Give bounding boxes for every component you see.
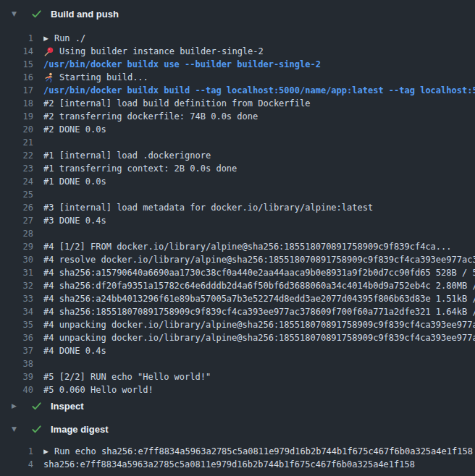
log-line: 23#1 transferring context: 2B 0.0s done [0,162,475,175]
line-number[interactable]: 35 [0,318,33,331]
log-line: 33#4 sha256:a24bb4013296f61e89ba57005a7b… [0,292,475,305]
log-line: 29#4 [1/2] FROM docker.io/library/alpine… [0,240,475,253]
workflow-log-viewer: ▼ Build and push1▶Run ./14 Using builder… [0,0,475,476]
line-content: #4 resolve docker.io/library/alpine@sha2… [43,253,475,266]
log-line: 19#2 transferring dockerfile: 74B 0.0s d… [0,110,475,123]
line-number[interactable]: 16 [0,71,33,84]
log-line: 14 Using builder instance builder-single… [0,45,475,58]
run-group-toggle-icon[interactable]: ▶ [43,32,49,45]
line-number[interactable]: 24 [0,175,33,188]
log-lines: 1▶Run ./14 Using builder instance builde… [0,23,475,396]
pushpin-icon [43,46,54,57]
line-content: #4 sha256:a15790640a6690aa1730c38cf0a440… [43,266,475,279]
line-content: #3 [internal] load metadata for docker.i… [43,201,475,214]
log-line: 27#3 DONE 0.4s [0,214,475,227]
line-number[interactable]: 32 [0,279,33,292]
line-number[interactable]: 40 [0,383,33,396]
line-content: #1 DONE 0.0s [43,175,475,188]
log-line: 1▶Run echo sha256:e7ff8834a5963a2785c5a0… [0,445,475,458]
line-text: #2 transferring dockerfile: 74B 0.0s don… [43,110,258,123]
line-content: /usr/bin/docker buildx build --tag local… [43,84,475,97]
log-lines: 1▶Run echo sha256:e7ff8834a5963a2785c5a0… [0,438,475,471]
section-build-and-push: ▼ Build and push1▶Run ./14 Using builder… [0,0,475,396]
line-text: #4 sha256:185518070891758909c9f839cf4ca3… [43,305,475,318]
line-text: #4 unpacking docker.io/library/alpine@sh… [43,318,475,331]
line-number[interactable]: 4 [0,458,33,471]
line-content: #4 unpacking docker.io/library/alpine@sh… [43,318,475,331]
line-text: #4 sha256:df20fa9351a15782c64e6dddb2d4a6… [43,279,475,292]
log-line: 35#4 unpacking docker.io/library/alpine@… [0,318,475,331]
line-text: /usr/bin/docker buildx use --builder bui… [43,58,321,71]
section-header-build-and-push[interactable]: ▼ Build and push [0,4,475,23]
log-line: 22#1 [internal] load .dockerignore [0,149,475,162]
line-text: #4 [1/2] FROM docker.io/library/alpine@s… [43,240,452,253]
line-number[interactable]: 18 [0,97,33,110]
line-number[interactable]: 33 [0,292,33,305]
chevron-down-icon: ▼ [12,426,20,433]
line-text: Run echo sha256:e7ff8834a5963a2785c5a081… [54,445,473,458]
log-line: 20#2 DONE 0.0s [0,123,475,136]
line-content: #4 DONE 0.4s [43,344,475,357]
line-number[interactable]: 15 [0,58,33,71]
line-number[interactable]: 29 [0,240,33,253]
line-content [43,227,475,240]
line-number[interactable]: 1 [0,445,33,458]
line-text: sha256:e7ff8834a5963a2785c5a0811e979d16b… [43,458,415,471]
line-content: #4 unpacking docker.io/library/alpine@sh… [43,331,475,344]
log-line: 37#4 DONE 0.4s [0,344,475,357]
line-number[interactable]: 22 [0,149,33,162]
run-group-toggle-icon[interactable]: ▶ [43,445,49,458]
section-title: Image digest [51,424,108,435]
line-text: #5 0.060 Hello world! [43,383,154,396]
log-line: 24#1 DONE 0.0s [0,175,475,188]
line-number[interactable]: 23 [0,162,33,175]
line-number[interactable]: 21 [0,136,33,149]
line-text: #3 DONE 0.4s [43,214,106,227]
line-number[interactable]: 30 [0,253,33,266]
log-line: 1▶Run ./ [0,32,475,45]
log-line: 32#4 sha256:df20fa9351a15782c64e6dddb2d4… [0,279,475,292]
line-content [43,188,475,201]
line-number[interactable]: 37 [0,344,33,357]
log-line: 16 Starting build... [0,71,475,84]
section-image-digest: ▼ Image digest1▶Run echo sha256:e7ff8834… [0,420,475,471]
log-line: 30#4 resolve docker.io/library/alpine@sh… [0,253,475,266]
section-header-inspect[interactable]: ▶ Inspect [0,396,475,415]
line-content: #1 [internal] load .dockerignore [43,149,475,162]
line-number[interactable]: 25 [0,188,33,201]
section-header-image-digest[interactable]: ▼ Image digest [0,420,475,438]
section-title: Inspect [51,401,84,412]
runner-icon [43,72,54,83]
line-number[interactable]: 1 [0,32,33,45]
line-number[interactable]: 31 [0,266,33,279]
line-content: ▶Run echo sha256:e7ff8834a5963a2785c5a08… [43,445,475,458]
line-number[interactable]: 19 [0,110,33,123]
line-number[interactable]: 27 [0,214,33,227]
line-number[interactable]: 26 [0,201,33,214]
line-number[interactable]: 28 [0,227,33,240]
line-number[interactable]: 14 [0,45,33,58]
line-number[interactable]: 20 [0,123,33,136]
check-icon [31,424,42,435]
line-content: #4 sha256:185518070891758909c9f839cf4ca3… [43,305,475,318]
line-content [43,357,475,370]
line-text: #4 resolve docker.io/library/alpine@sha2… [43,253,475,266]
line-content: #4 sha256:df20fa9351a15782c64e6dddb2d4a6… [43,279,475,292]
line-content: Starting build... [43,71,475,84]
line-text: #1 transferring context: 2B 0.0s done [43,162,237,175]
line-content: #5 0.060 Hello world! [43,383,475,396]
line-number[interactable]: 17 [0,84,33,97]
line-number[interactable]: 36 [0,331,33,344]
section-title: Build and push [51,9,119,20]
line-content: ▶Run ./ [43,32,475,45]
line-number[interactable]: 38 [0,357,33,370]
check-icon [31,401,42,412]
line-number[interactable]: 39 [0,370,33,383]
line-content: #1 transferring context: 2B 0.0s done [43,162,475,175]
log-line: 28 [0,227,475,240]
line-text: Using builder instance builder-single-2 [59,45,264,58]
line-number[interactable]: 34 [0,305,33,318]
line-text: #2 DONE 0.0s [43,123,106,136]
line-content: Using builder instance builder-single-2 [43,45,475,58]
log-line: 25 [0,188,475,201]
